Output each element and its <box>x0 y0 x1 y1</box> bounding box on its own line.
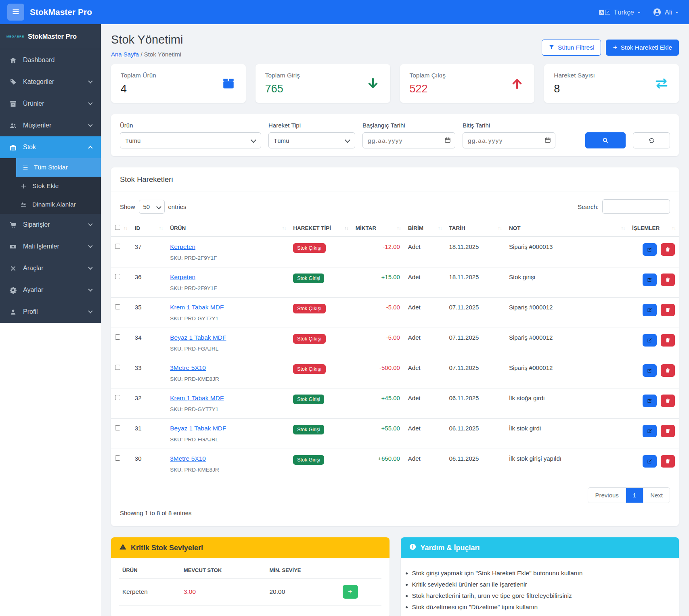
reset-filters-button[interactable] <box>633 132 670 148</box>
column-header-tarih[interactable]: TARİH <box>445 219 505 237</box>
cell-date: 06.11.2025 <box>445 449 505 479</box>
select-all-header[interactable] <box>111 219 131 237</box>
sidebar-toggle-button[interactable] <box>7 4 24 21</box>
row-checkbox[interactable] <box>115 334 120 340</box>
edit-button[interactable] <box>643 334 657 347</box>
cell-actions <box>628 328 679 358</box>
cell-quantity: -12.00 <box>352 237 404 267</box>
person-icon <box>9 308 17 316</box>
product-link[interactable]: 3Metre 5X10 <box>170 455 206 462</box>
delete-button[interactable] <box>661 425 675 437</box>
trash-icon <box>665 307 671 313</box>
product-link[interactable]: Kerpeten <box>170 243 195 250</box>
edit-button[interactable] <box>643 425 657 437</box>
product-link[interactable]: Krem 1 Tabak MDF <box>170 304 224 311</box>
end-date-label: Bitiş Tarihi <box>463 122 555 129</box>
crit-col-mevcut: MEVCUT STOK <box>180 562 266 578</box>
product-link[interactable]: Kerpeten <box>170 274 195 280</box>
stock-movements-table: ID ÜRÜN HAREKET TİPİ MİKTAR BİRİM TARİH … <box>111 219 679 479</box>
breadcrumb-home-link[interactable]: Ana Sayfa <box>111 51 139 58</box>
crit-col-min: MİN. SEVİYE <box>266 562 339 578</box>
card-title: Stok Hareketleri <box>111 167 679 192</box>
edit-button[interactable] <box>643 395 657 407</box>
sidebar-item-tum-stoklar[interactable]: Tüm Stoklar <box>16 158 101 177</box>
column-header-id[interactable]: ID <box>131 219 166 237</box>
plus-icon <box>613 44 617 52</box>
delete-button[interactable] <box>661 455 675 468</box>
product-link[interactable]: 3Metre 5X10 <box>170 364 206 371</box>
user-dropdown[interactable]: Ali <box>653 8 679 17</box>
row-checkbox[interactable] <box>115 365 120 370</box>
column-filter-button[interactable]: Sütun Filtresi <box>542 40 601 56</box>
row-checkbox[interactable] <box>115 304 120 309</box>
edit-button[interactable] <box>643 455 657 468</box>
pagination-page-1[interactable]: 1 <box>626 488 643 503</box>
table-summary: Showing 1 to 8 of 8 entries <box>111 503 679 526</box>
cell-product: 3Metre 5X10 SKU: PRD-KME8JR <box>166 449 289 479</box>
breadcrumb-separator: / <box>140 51 142 58</box>
row-checkbox[interactable] <box>115 395 120 400</box>
column-header-islemler[interactable]: İŞLEMLER <box>628 219 679 237</box>
column-header-birim[interactable]: BİRİM <box>404 219 445 237</box>
edit-button[interactable] <box>643 243 657 256</box>
delete-button[interactable] <box>661 364 675 377</box>
app-title: StokMaster Pro <box>30 7 92 17</box>
edit-button[interactable] <box>643 364 657 377</box>
sidebar-item-kategoriler[interactable]: Kategoriler <box>0 71 101 93</box>
search-button[interactable] <box>585 132 626 148</box>
delete-button[interactable] <box>661 304 675 316</box>
column-header-urun[interactable]: ÜRÜN <box>166 219 289 237</box>
pagination-previous[interactable]: Previous <box>588 488 626 503</box>
language-dropdown[interactable]: Türkçe <box>599 8 640 16</box>
sidebar-brand[interactable]: MEGABRE StokMaster Pro <box>0 24 101 49</box>
table-row: 32 Krem 1 Tabak MDF SKU: PRD-GYT7Y1 Stok… <box>111 388 679 419</box>
product-link[interactable]: Beyaz 1 Tabak MDF <box>170 334 226 341</box>
sidebar-item-mali-islemler[interactable]: Mali İşlemler <box>0 236 101 257</box>
add-stock-movement-button[interactable]: Stok Hareketi Ekle <box>606 40 679 56</box>
cell-date: 18.11.2025 <box>445 237 505 267</box>
delete-button[interactable] <box>661 243 675 256</box>
sidebar-item-dashboard[interactable]: Dashboard <box>0 49 101 71</box>
help-tips-list: Stok girişi yapmak için "Stok Hareketi E… <box>412 570 670 616</box>
cell-movement-type: Stok Çıkışı <box>289 358 352 388</box>
sidebar-item-dinamik-alanlar[interactable]: Dinamik Alanlar <box>0 195 101 214</box>
cell-note: Sipariş #000012 <box>505 358 628 388</box>
sidebar-item-ayarlar[interactable]: Ayarlar <box>0 279 101 301</box>
row-checkbox[interactable] <box>115 425 120 430</box>
sidebar-item-araclar[interactable]: Araçlar <box>0 257 101 279</box>
edit-button[interactable] <box>643 304 657 316</box>
delete-button[interactable] <box>661 274 675 286</box>
column-header-not[interactable]: NOT <box>505 219 628 237</box>
row-checkbox[interactable] <box>115 455 120 461</box>
sidebar-item-stok[interactable]: Stok <box>0 136 101 158</box>
sidebar-item-urunler[interactable]: Ürünler <box>0 93 101 115</box>
trash-icon <box>665 246 671 253</box>
column-header-hareket-tipi[interactable]: HAREKET TİPİ <box>289 219 352 237</box>
movement-type-select[interactable]: Tümü <box>268 132 355 148</box>
sidebar-item-musteriler[interactable]: Müşteriler <box>0 115 101 136</box>
sidebar-item-stok-ekle[interactable]: Stok Ekle <box>0 177 101 195</box>
product-filter-select[interactable]: Tümü <box>120 132 261 148</box>
table-search-input[interactable] <box>602 199 670 214</box>
add-stock-button[interactable] <box>343 585 358 599</box>
column-header-miktar[interactable]: MİKTAR <box>352 219 404 237</box>
crit-current-stock: 3.00 <box>180 578 266 606</box>
page-size-select[interactable]: 50 <box>139 200 165 214</box>
sidebar-item-siparisler[interactable]: Siparişler <box>0 214 101 236</box>
product-link[interactable]: Beyaz 1 Tabak MDF <box>170 425 226 432</box>
product-link[interactable]: Krem 1 Tabak MDF <box>170 395 224 401</box>
select-all-checkbox[interactable] <box>115 225 120 230</box>
row-checkbox[interactable] <box>115 244 120 249</box>
product-sku: SKU: PRD-GYT7Y1 <box>170 315 285 322</box>
pagination-next[interactable]: Next <box>643 488 670 503</box>
edit-button[interactable] <box>643 274 657 286</box>
sidebar-item-profil[interactable]: Profil <box>0 301 101 323</box>
start-date-input[interactable] <box>362 132 455 148</box>
end-date-input[interactable] <box>463 132 555 148</box>
row-checkbox[interactable] <box>115 274 120 279</box>
delete-button[interactable] <box>661 395 675 407</box>
critical-panel-title: Kritik Stok Seviyeleri <box>131 544 203 552</box>
cell-actions <box>628 419 679 449</box>
delete-button[interactable] <box>661 334 675 347</box>
chevron-down-icon <box>88 79 92 83</box>
